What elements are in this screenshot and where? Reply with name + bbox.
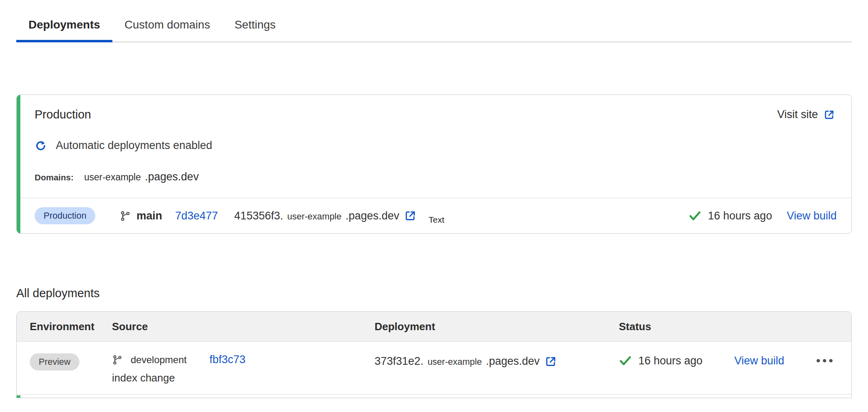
environment-cell: Preview (30, 353, 112, 370)
domain-name: user-example (84, 172, 141, 183)
column-header-environment: Environment (30, 320, 112, 333)
environment-badge: Production (35, 207, 95, 224)
auto-deployments-row: Automatic deployments enabled (35, 139, 835, 152)
tab-deployments[interactable]: Deployments (16, 11, 112, 42)
tab-label: Custom domains (125, 18, 210, 31)
view-build-link[interactable]: View build (734, 355, 785, 367)
tab-label: Settings (235, 18, 276, 31)
deployment-url[interactable]: 415356f3. user-example .pages.dev (234, 210, 416, 222)
branch-name: development (131, 354, 186, 366)
visit-site-label: Visit site (777, 108, 818, 121)
deployment-time: 16 hours ago (638, 355, 703, 367)
domain-suffix: .pages.dev (145, 171, 199, 183)
commit-link[interactable]: 7d3e477 (175, 210, 218, 222)
text-note: Text (429, 215, 445, 225)
deployment-url-prefix: 373f31e2. (375, 355, 423, 368)
deployments-table: Environment Source Deployment Status Pre… (16, 311, 852, 398)
domains-row: Domains: user-example .pages.dev (35, 171, 835, 183)
deployment-url-name: user-example (287, 211, 341, 222)
production-card-title: Production (35, 108, 91, 121)
all-deployments-heading: All deployments (16, 287, 852, 300)
source-cell: development fbf3c73 index change (112, 353, 375, 384)
deployment-cell[interactable]: 373f31e2. user-example .pages.dev (375, 353, 619, 368)
git-branch-icon (112, 355, 123, 365)
column-header-deployment: Deployment (375, 320, 619, 333)
branch-name: main (136, 210, 162, 222)
environment-badge: Preview (30, 353, 79, 370)
table-row: Preview development fbf3c73 index change (17, 342, 851, 394)
deployment-status-group: 16 hours ago (619, 354, 703, 367)
visit-site-link[interactable]: Visit site (777, 108, 835, 121)
ellipsis-menu-icon[interactable]: ••• (816, 355, 835, 367)
deployment-status-group: 16 hours ago View build (688, 209, 837, 222)
branch-group: main (120, 210, 162, 222)
production-card-body: Production Visit site Automa (17, 95, 851, 198)
column-header-status: Status (619, 320, 851, 333)
external-link-icon[interactable] (404, 210, 416, 222)
production-deployment-row: Production main 7d3e477 415356f3. user-e… (17, 198, 851, 233)
next-row-peek (17, 394, 851, 398)
deployment-url-suffix: .pages.dev (486, 355, 539, 368)
external-link-icon (824, 109, 835, 121)
auto-deployments-text: Automatic deployments enabled (56, 139, 212, 152)
external-link-icon[interactable] (545, 355, 557, 368)
tab-settings[interactable]: Settings (222, 11, 288, 42)
deployment-time: 16 hours ago (708, 210, 772, 222)
table-header-row: Environment Source Deployment Status (17, 312, 851, 342)
refresh-icon (35, 140, 47, 152)
production-card: Production Visit site Automa (16, 94, 852, 234)
tab-label: Deployments (28, 18, 100, 31)
domains-label: Domains: (35, 173, 74, 182)
deployment-url-name: user-example (427, 357, 482, 367)
check-icon (688, 209, 701, 222)
status-cell: 16 hours ago View build ••• (619, 353, 851, 367)
tab-bar: Deployments Custom domains Settings (16, 11, 852, 42)
deployment-url-suffix: .pages.dev (346, 210, 399, 222)
commit-link[interactable]: fbf3c73 (209, 353, 245, 366)
git-branch-icon (120, 210, 131, 221)
deployment-url-prefix: 415356f3. (234, 210, 283, 222)
column-header-source: Source (112, 320, 375, 333)
check-icon (619, 354, 632, 367)
commit-message: index change (112, 372, 375, 384)
tab-custom-domains[interactable]: Custom domains (112, 11, 222, 42)
view-build-link[interactable]: View build (787, 210, 837, 222)
